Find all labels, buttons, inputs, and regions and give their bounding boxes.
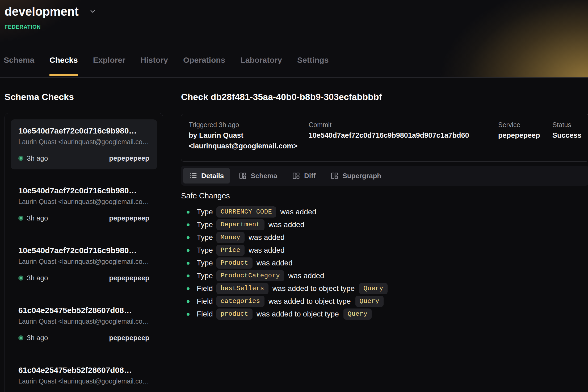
status-dot-icon [18, 335, 23, 340]
change-prefix: Type [197, 259, 213, 267]
meta-commit-label: Commit [309, 120, 492, 129]
check-list-item[interactable]: 61c04e25475eb52f28607d08… Laurin Quast <… [11, 359, 157, 392]
change-code: categories [216, 296, 264, 307]
change-row: Type CURRENCY_CODE was added [181, 207, 588, 217]
change-suffix: was added [249, 246, 284, 255]
meta-triggered-value: by Laurin Quast <laurinquast@googlemail.… [189, 130, 302, 151]
view-tab-label: Supergraph [342, 172, 381, 180]
check-author: Laurin Quast <laurinquast@googlemail.co… [18, 138, 149, 146]
check-service: pepepepeep [109, 274, 149, 282]
change-object-type: Query [359, 283, 388, 294]
change-prefix: Type [197, 208, 213, 216]
project-selector[interactable]: development [5, 4, 96, 19]
meta-service-label: Service [498, 120, 546, 129]
meta-triggered-label: Triggered 3h ago [189, 120, 302, 129]
change-prefix: Field [197, 297, 213, 306]
change-row: Type Product was added [181, 258, 588, 268]
tab-history[interactable]: History [141, 56, 168, 77]
check-time: 3h ago [27, 274, 48, 282]
bullet-icon [187, 223, 190, 226]
change-code: CURRENCY_CODE [216, 206, 276, 218]
check-id: 10e540d7aef72c0d716c9b980… [18, 186, 149, 195]
bullet-icon [187, 236, 190, 239]
schema-checks-list: 10e540d7aef72c0d716c9b980… Laurin Quast … [5, 113, 163, 392]
change-suffix: was added [288, 272, 324, 280]
tab-schema[interactable]: Schema [4, 56, 34, 77]
change-prefix: Type [197, 220, 213, 229]
status-dot-icon [18, 216, 23, 221]
change-prefix: Field [197, 284, 213, 293]
check-service: pepepepeep [109, 154, 149, 162]
bullet-icon [187, 313, 190, 316]
change-code: product [216, 308, 253, 320]
meta-status: Status Success [552, 120, 588, 151]
change-code: Product [216, 257, 253, 269]
check-list-item[interactable]: 10e540d7aef72c0d716c9b980… Laurin Quast … [11, 179, 157, 229]
change-code: ProductCategory [216, 270, 284, 281]
check-list-item[interactable]: 61c04e25475eb52f28607d08… Laurin Quast <… [11, 299, 157, 349]
change-row: Field bestSellers was added to object ty… [181, 283, 588, 294]
change-suffix: was added [268, 220, 304, 229]
change-row: Type ProductCategory was added [181, 270, 588, 281]
chevron-down-icon[interactable] [89, 8, 96, 15]
view-tab-details[interactable]: Details [183, 168, 230, 184]
view-tab-diff[interactable]: Diff [286, 168, 322, 184]
check-detail-title: Check db28f481-35aa-40b0-b8b9-303ecfabbb… [181, 92, 588, 102]
meta-status-value: Success [552, 130, 582, 141]
change-suffix: was added [280, 208, 316, 216]
tab-checks[interactable]: Checks [49, 56, 78, 77]
bullet-icon [187, 249, 190, 252]
change-suffix: was added [257, 259, 292, 267]
view-tab-schema[interactable]: Schema [233, 168, 283, 184]
meta-commit-value: 10e540d7aef72c0d716c9b9801a9d907c1a7bd60 [309, 130, 492, 141]
check-time: 3h ago [27, 154, 48, 162]
bullet-icon [187, 262, 190, 265]
check-author: Laurin Quast <laurinquast@googlemail.co… [18, 258, 149, 265]
change-object-type: Query [355, 296, 384, 307]
change-prefix: Type [197, 233, 213, 242]
schema-checks-title: Schema Checks [5, 92, 174, 102]
check-meta-box: Triggered 3h ago by Laurin Quast <laurin… [181, 114, 588, 162]
meta-triggered: Triggered 3h ago by Laurin Quast <laurin… [189, 120, 309, 151]
change-suffix: was added to object type [268, 297, 351, 306]
tab-operations[interactable]: Operations [183, 56, 225, 77]
check-detail-panel: Check db28f481-35aa-40b0-b8b9-303ecfabbb… [181, 78, 588, 322]
view-tab-label: Diff [304, 172, 316, 180]
check-author: Laurin Quast <laurinquast@googlemail.co… [18, 318, 149, 325]
tab-laboratory[interactable]: Laboratory [240, 56, 282, 77]
check-author: Laurin Quast <laurinquast@googlemail.co… [18, 198, 149, 206]
check-id: 10e540d7aef72c0d716c9b980… [18, 126, 149, 135]
schema-checks-panel: Schema Checks 10e540d7aef72c0d716c9b980…… [0, 78, 174, 392]
meta-status-label: Status [552, 120, 582, 129]
check-list-item[interactable]: 10e540d7aef72c0d716c9b980… Laurin Quast … [11, 119, 157, 169]
page-header: development FEDERATION Schema Checks Exp… [0, 0, 588, 78]
change-row: Field product was added to object type Q… [181, 309, 588, 319]
change-code: Price [216, 245, 245, 256]
view-tab-supergraph[interactable]: Supergraph [324, 168, 387, 184]
tab-settings[interactable]: Settings [297, 56, 329, 77]
columns-icon [330, 172, 338, 180]
change-prefix: Field [197, 310, 213, 318]
tab-explorer[interactable]: Explorer [93, 56, 125, 77]
check-list-item[interactable]: 10e540d7aef72c0d716c9b980… Laurin Quast … [11, 239, 157, 289]
change-row: Field categories was added to object typ… [181, 296, 588, 307]
list-icon [189, 172, 197, 180]
meta-commit: Commit 10e540d7aef72c0d716c9b9801a9d907c… [309, 120, 498, 151]
meta-service-value: pepepepeep [498, 130, 546, 141]
check-time: 3h ago [27, 214, 48, 222]
columns-icon [292, 172, 300, 180]
change-code: Department [216, 219, 264, 230]
federation-badge: FEDERATION [5, 24, 41, 30]
change-suffix: was added [249, 233, 284, 242]
top-nav: Schema Checks Explorer History Operation… [4, 56, 329, 77]
columns-icon [239, 172, 247, 180]
check-author: Laurin Quast <laurinquast@googlemail.co… [18, 377, 149, 385]
check-service: pepepepeep [109, 334, 149, 342]
bullet-icon [187, 287, 190, 290]
check-time: 3h ago [27, 334, 48, 342]
bullet-icon [187, 300, 190, 303]
change-code: Money [216, 232, 245, 243]
change-suffix: was added to object type [272, 284, 355, 293]
safe-changes-list: Type CURRENCY_CODE was added Type Depart… [181, 207, 588, 319]
view-tab-label: Schema [251, 172, 277, 180]
